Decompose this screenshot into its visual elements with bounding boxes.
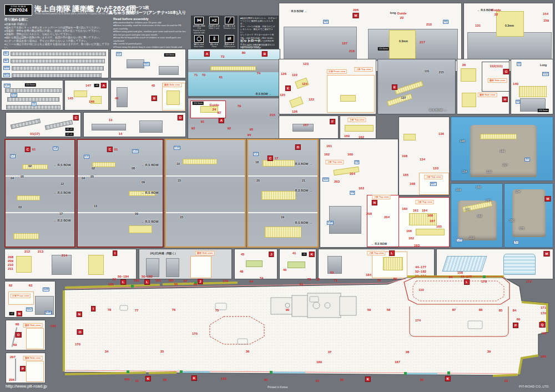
part-label: 112(111) — [490, 64, 502, 68]
deck-part-label: 185 — [108, 283, 114, 286]
part-label: B1 — [3, 52, 9, 56]
pe-part — [461, 68, 476, 82]
panel-small-parts: E2D21∅0.5mm — [110, 49, 186, 78]
part-label: A3 — [323, 20, 329, 24]
panel-step-p: 207側面 Side viewP206 — [6, 353, 46, 383]
deck-part-label: 58 — [387, 308, 391, 311]
photo-divider — [166, 175, 245, 177]
part-label: ∅0.6mm — [378, 47, 389, 51]
legend-label-en: Press — [207, 46, 221, 48]
part-label: 159 — [543, 19, 549, 22]
part-label: 160 — [344, 134, 350, 138]
part-label: C25 — [327, 221, 334, 225]
part-label: 上面 Top view — [325, 160, 344, 164]
part-label: 93 — [191, 127, 195, 130]
part-label: 01 — [32, 148, 36, 151]
part-label: 46 — [115, 97, 119, 100]
deck-part-label: 50~184 — [118, 275, 129, 278]
panel-hull-photo-2: C01C3C150208← R.S BOW040509← R.S BOW1309… — [77, 139, 164, 248]
part-label: F9 — [354, 160, 359, 164]
footer-company: PIT-ROAD CO.,LTD. — [519, 385, 549, 388]
part-label: E — [392, 84, 397, 90]
part-label: 162 — [324, 153, 330, 156]
part-label: 24 — [213, 108, 216, 111]
part-label: B2 — [3, 59, 9, 63]
part-label: M — [353, 13, 359, 18]
part-label: 10 — [176, 163, 180, 166]
deck-part-label: 76 — [172, 308, 176, 311]
deck-part-label: 171 — [541, 306, 546, 309]
deck-part-label: 187 — [395, 360, 400, 364]
part-label: 08 — [132, 167, 135, 170]
part-label: ∅0.5mm — [25, 83, 36, 87]
part-label: A — [204, 51, 210, 57]
pe-part — [334, 167, 360, 175]
panel-island-photo-2: 203160161164162153C20 — [451, 183, 503, 248]
precaution-line: ●Before assembly, read the instructions … — [113, 24, 187, 30]
part-label: 154 — [543, 12, 548, 16]
guide-template-part — [389, 30, 416, 59]
deck-part-label: 28 — [163, 378, 167, 381]
part-label: 133 — [486, 170, 491, 174]
part-label: ×2 — [9, 312, 14, 315]
legend-tile: ◯ 開口します Make holes. — [192, 35, 206, 48]
part-label: 161 — [486, 199, 491, 203]
pe-part — [129, 225, 152, 233]
deck-part-label: 55 — [174, 283, 178, 286]
part-label: ← R.S BOW — [141, 220, 158, 224]
deck-part-label: 33 — [504, 379, 508, 383]
part-label: 22 — [400, 16, 404, 19]
panel-pe-strips-1: B1B2B10B13 — [1, 49, 109, 78]
deck-part-label: 31 — [135, 379, 139, 383]
part-label: 21 — [302, 179, 305, 183]
part-label: 41 — [292, 252, 296, 255]
part-label: M — [544, 251, 550, 257]
part-label: 176 — [519, 227, 524, 230]
part-label: 側面 Side view — [478, 93, 497, 97]
part-label: C — [107, 147, 113, 152]
part-label: 03 — [18, 206, 22, 209]
deck-part-label: 71 — [334, 279, 338, 282]
part-label: 164 — [465, 208, 470, 212]
part-label: 190 — [509, 219, 514, 223]
deck-part-label: 30 — [340, 378, 344, 381]
part-label: 04 — [82, 177, 85, 180]
part-label: 124 — [302, 82, 307, 86]
part-label: 131 — [475, 24, 481, 27]
part-label: 0.3mm — [505, 24, 514, 27]
panel-hull-photo-1: C01C7C802← R.S BOW040512← R.S BOW0317← R… — [4, 139, 75, 248]
part-label: B27 — [430, 182, 437, 186]
part-label: 164 — [422, 209, 427, 212]
part-label: 05 — [21, 175, 24, 179]
part-label: 108 — [402, 154, 407, 158]
part-label: B13 — [3, 73, 10, 77]
part-label: long — [390, 12, 396, 14]
pe-strip — [11, 59, 105, 63]
deck-part-label: 57 — [184, 279, 188, 283]
part-label: R.S BOW → — [295, 189, 312, 193]
part-label: 208 — [366, 212, 372, 215]
part-label: 02 — [92, 167, 95, 170]
part-sketch — [139, 120, 163, 133]
part-label: 上面 Top view — [415, 200, 433, 204]
part-label: R.S BOW → — [256, 93, 271, 96]
deck-part-label: 60 — [517, 318, 521, 321]
part-label: F — [330, 119, 335, 124]
deck-part-label: 54 — [250, 280, 254, 283]
pe-part — [74, 91, 87, 97]
panel-hull-photo-3: C13101515 — [165, 139, 246, 248]
panel-step-c: C01(17)01 ×217 ×1 — [6, 112, 81, 137]
deck-part-label: 69 — [393, 277, 397, 280]
legend-label-en: Make holes. — [192, 46, 206, 48]
part-label: 17 — [59, 213, 63, 216]
part-label: 165 — [403, 173, 408, 177]
panel-rear-view-photo: ∅0.5mmGuide2479879193929594215A — [188, 98, 280, 139]
part-label: 68 — [16, 323, 19, 326]
part-label: 09 — [142, 181, 145, 184]
deck-part-label: 174 — [415, 319, 421, 322]
part-label: C — [73, 115, 79, 120]
photo-divider — [248, 175, 317, 177]
panel-crane-drawing: 136108134133165168上面 Top viewB27 — [398, 117, 450, 195]
pe-part — [416, 229, 445, 235]
brand-name: ピットロード — [240, 38, 277, 43]
